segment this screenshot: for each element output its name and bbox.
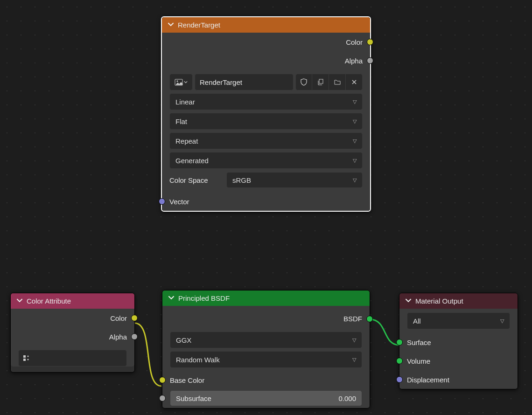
dropdown-value: GGX <box>176 336 191 344</box>
unlink-button[interactable] <box>312 74 329 90</box>
output-socket-alpha[interactable]: Alpha <box>11 327 134 346</box>
chevron-down-icon: ▽ <box>353 99 357 105</box>
socket-dot[interactable] <box>367 39 373 45</box>
close-icon <box>351 79 357 85</box>
node-color-attribute[interactable]: Color Attribute Color Alpha <box>10 293 135 373</box>
dropdown-value: sRGB <box>232 176 251 184</box>
slider-value: 0.000 <box>338 394 356 402</box>
chevron-down-icon <box>168 294 175 302</box>
socket-label: Alpha <box>109 333 127 341</box>
input-socket-surface[interactable]: Surface <box>399 333 518 352</box>
chevron-down-icon: ▽ <box>353 138 357 144</box>
socket-dot[interactable] <box>159 198 165 205</box>
svg-rect-2 <box>319 79 323 83</box>
chevron-down-icon: ▽ <box>352 357 356 363</box>
image-icon <box>175 79 183 86</box>
folder-icon <box>334 78 341 86</box>
socket-label: Alpha <box>345 57 363 65</box>
node-principled-bsdf[interactable]: Principled BSDF BSDF GGX ▽ Random Walk ▽… <box>162 290 370 408</box>
output-socket-alpha[interactable]: Alpha <box>162 51 370 70</box>
socket-label: Displacement <box>407 376 449 384</box>
projection-dropdown[interactable]: Flat ▽ <box>169 113 363 130</box>
chevron-down-icon: ▽ <box>353 177 357 183</box>
dropdown-value: Linear <box>175 98 195 106</box>
socket-dot[interactable] <box>367 57 373 64</box>
socket-dot[interactable] <box>396 339 403 346</box>
target-dropdown[interactable]: All ▽ <box>407 312 510 329</box>
socket-dot[interactable] <box>159 395 166 401</box>
socket-dot[interactable] <box>396 376 403 383</box>
svg-point-6 <box>28 359 29 360</box>
node-header[interactable]: Material Output <box>399 293 518 309</box>
input-socket-volume[interactable]: Volume <box>399 352 518 370</box>
open-image-button[interactable] <box>329 74 346 90</box>
socket-label: BSDF <box>343 315 362 323</box>
svg-point-5 <box>28 356 29 357</box>
shield-icon <box>300 78 308 86</box>
output-socket-color[interactable]: Color <box>162 33 370 51</box>
chevron-down-icon <box>184 80 188 84</box>
subsurface-slider[interactable]: Subsurface 0.000 <box>170 390 362 406</box>
coords-dropdown[interactable]: Generated ▽ <box>169 152 363 169</box>
socket-dot[interactable] <box>159 377 166 383</box>
svg-rect-4 <box>23 359 26 361</box>
color-attribute-icon <box>22 354 31 362</box>
node-title: RenderTarget <box>178 21 220 29</box>
socket-label: Color <box>110 314 127 322</box>
dropdown-value: Generated <box>175 157 209 165</box>
dropdown-value: Random Walk <box>176 356 220 364</box>
node-title: Color Attribute <box>27 297 71 305</box>
slider-label: Subsurface <box>176 394 211 402</box>
dropdown-value: Flat <box>175 118 187 125</box>
dropdown-value: All <box>413 317 421 325</box>
chevron-down-icon: ▽ <box>352 337 356 343</box>
chevron-down-icon <box>16 297 23 305</box>
node-title: Material Output <box>415 297 463 305</box>
color-space-dropdown[interactable]: sRGB ▽ <box>226 172 363 188</box>
svg-point-1 <box>177 80 178 82</box>
node-material-output[interactable]: Material Output All ▽ Surface Volume Dis… <box>399 293 518 389</box>
socket-label: Base Color <box>170 376 204 384</box>
node-image-texture[interactable]: RenderTarget Color Alpha Re <box>161 16 371 212</box>
node-header[interactable]: RenderTarget <box>162 17 370 33</box>
input-socket-base-color[interactable]: Base Color <box>162 372 370 388</box>
node-header[interactable]: Principled BSDF <box>162 290 370 306</box>
color-space-label: Color Space <box>169 176 221 184</box>
chevron-down-icon: ▽ <box>353 158 357 164</box>
subsurface-method-dropdown[interactable]: Random Walk ▽ <box>170 351 362 368</box>
image-name: RenderTarget <box>200 78 242 86</box>
socket-label: Volume <box>407 357 430 365</box>
chevron-down-icon: ▽ <box>353 118 357 124</box>
fake-user-button[interactable] <box>295 74 312 90</box>
input-socket-displacement[interactable]: Displacement <box>399 370 518 389</box>
node-header[interactable]: Color Attribute <box>11 293 134 309</box>
distribution-dropdown[interactable]: GGX ▽ <box>170 332 362 348</box>
output-socket-color[interactable]: Color <box>11 309 134 327</box>
input-socket-vector[interactable]: Vector <box>162 192 370 211</box>
interpolation-dropdown[interactable]: Linear ▽ <box>169 93 363 110</box>
socket-dot[interactable] <box>131 315 138 321</box>
socket-dot[interactable] <box>131 333 138 340</box>
input-socket-subsurface[interactable]: Subsurface 0.000 <box>162 388 370 408</box>
socket-label: Vector <box>169 198 189 206</box>
image-browse-button[interactable] <box>169 74 193 90</box>
dropdown-value: Repeat <box>175 137 198 145</box>
chevron-down-icon <box>168 21 174 29</box>
duplicate-icon <box>317 78 324 86</box>
extension-dropdown[interactable]: Repeat ▽ <box>169 132 363 149</box>
output-socket-bsdf[interactable]: BSDF <box>162 306 370 332</box>
color-attribute-field[interactable] <box>18 350 127 367</box>
socket-dot[interactable] <box>366 316 373 322</box>
image-name-field[interactable]: RenderTarget <box>195 74 294 90</box>
socket-label: Surface <box>407 339 431 346</box>
socket-dot[interactable] <box>396 358 403 364</box>
node-title: Principled BSDF <box>178 294 230 302</box>
socket-label: Color <box>346 38 363 46</box>
svg-rect-3 <box>23 355 26 358</box>
chevron-down-icon <box>405 297 412 305</box>
remove-image-button[interactable] <box>346 74 363 90</box>
chevron-down-icon: ▽ <box>500 318 504 324</box>
